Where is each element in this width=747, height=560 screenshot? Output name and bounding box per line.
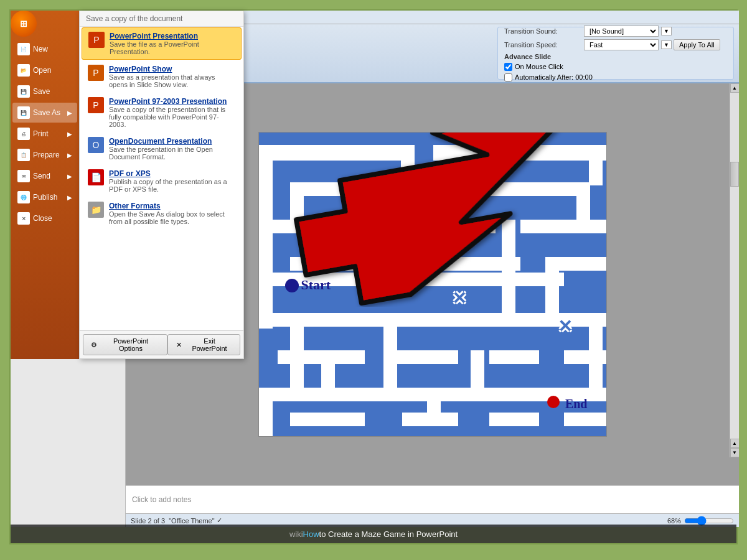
theme-check: ✓: [217, 516, 222, 525]
sidebar-item-prepare[interactable]: 📋 Prepare ▶: [12, 145, 77, 165]
pp-presentation-icon: P: [88, 32, 105, 48]
save-as-icon: 💾: [17, 106, 30, 119]
wikihow-description: to Create a Maze Game in PowerPoint: [319, 530, 458, 539]
menu-header: Save a copy of the document: [80, 11, 243, 27]
transition-sound-label: Transition Sound:: [504, 27, 579, 35]
options-icon: ⚙: [90, 340, 98, 349]
scroll-up[interactable]: ▲: [730, 83, 740, 93]
save-icon: 💾: [17, 85, 30, 98]
menu-item-pp-97-2003[interactable]: P PowerPoint 97-2003 Presentation Save a…: [82, 93, 242, 132]
office-orb[interactable]: ⊞: [11, 11, 37, 37]
pdf-xps-title: PDF or XPS: [109, 169, 235, 178]
sidebar-item-publish[interactable]: 🌐 Publish ▶: [12, 187, 77, 207]
x-marker-1: ✕: [452, 288, 466, 309]
publish-arrow: ▶: [67, 194, 72, 201]
pp-97-2003-title: PowerPoint 97-2003 Presentation: [109, 97, 235, 106]
sidebar-item-send[interactable]: ✉ Send ▶: [12, 166, 77, 186]
exit-pp-label: Exit PowerPoint: [186, 337, 233, 352]
sidebar-item-open[interactable]: 📂 Open: [12, 60, 77, 80]
sidebar-item-save-as[interactable]: 💾 Save As ▶: [12, 103, 77, 123]
pp-presentation-desc: Save the file as a PowerPoint Presentati…: [110, 40, 235, 55]
other-formats-title: Other Formats: [109, 202, 235, 210]
menu-item-opendocument[interactable]: O OpenDocument Presentation Save the pre…: [82, 133, 242, 164]
on-mouse-click-checkbox[interactable]: [504, 63, 512, 71]
on-mouse-click-label: On Mouse Click: [515, 63, 563, 70]
pp-options-label: PowerPoint Options: [101, 337, 161, 352]
x-marker-2: ✕: [558, 316, 572, 337]
pdf-xps-desc: Publish a copy of the presentation as a …: [109, 178, 235, 193]
scroll-down[interactable]: ▼: [730, 448, 740, 457]
save-as-arrow: ▶: [67, 110, 72, 116]
new-icon: 📄: [17, 43, 30, 55]
sidebar-item-save[interactable]: 💾 Save: [12, 82, 77, 101]
exit-pp-button[interactable]: ✕ Exit PowerPoint: [167, 334, 240, 355]
notes-bar[interactable]: Click to add notes: [126, 485, 739, 513]
transition-speed-arrow[interactable]: ▼: [661, 40, 672, 49]
menu-item-pdf-xps[interactable]: 📄 PDF or XPS Publish a copy of the prese…: [82, 166, 242, 197]
prepare-icon: 📋: [17, 149, 30, 161]
send-arrow: ▶: [67, 173, 72, 180]
sidebar-send-label: Send: [33, 172, 50, 180]
open-icon: 📂: [17, 64, 30, 77]
pp-show-title: PowerPoint Show: [109, 65, 235, 73]
sidebar-item-print[interactable]: 🖨 Print ▶: [12, 124, 77, 144]
main-slide: Start ✕ ✕ End: [258, 132, 607, 437]
office-menu-panel: Save a copy of the document P PowerPoint…: [79, 11, 244, 359]
close-icon: ✕: [17, 212, 30, 225]
print-icon: 🖨: [17, 128, 30, 140]
menu-item-other-formats[interactable]: 📁 Other Formats Open the Save As dialog …: [82, 198, 242, 229]
menu-item-pp-presentation[interactable]: P PowerPoint Presentation Save the file …: [82, 27, 242, 60]
apply-to-all-button[interactable]: Apply To All: [674, 39, 720, 50]
start-dot: [285, 279, 299, 292]
transition-speed-label: Transition Speed:: [504, 41, 579, 49]
automatically-after-value: 00:00: [575, 73, 593, 81]
sidebar-prepare-label: Prepare: [33, 151, 60, 159]
right-scrollbar[interactable]: ▲ ▲ ▼: [730, 83, 739, 457]
zoom-level: 68%: [667, 517, 681, 525]
sidebar-print-label: Print: [33, 129, 49, 138]
print-arrow: ▶: [67, 131, 72, 138]
office-sidebar: 📄 New 📂 Open 💾 Save 💾 Save As ▶ 🖨: [11, 11, 79, 359]
transition-speed-dropdown[interactable]: Fast: [584, 39, 659, 50]
opendocument-icon: O: [88, 137, 104, 153]
end-label: End: [565, 397, 588, 411]
sidebar-open-label: Open: [33, 66, 51, 75]
notes-placeholder: Click to add notes: [132, 495, 191, 504]
sidebar-close-label: Close: [33, 214, 52, 223]
automatically-after-label: Automatically After:: [515, 73, 573, 81]
sidebar-new-label: New: [33, 45, 48, 54]
pp-show-desc: Save as a presentation that always opens…: [109, 73, 235, 88]
scroll-down-small[interactable]: ▲: [730, 439, 740, 448]
office-menu: 📄 New 📂 Open 💾 Save 💾 Save As ▶ 🖨: [11, 11, 244, 359]
sidebar-item-close[interactable]: ✕ Close: [12, 208, 77, 228]
transitions-panel: Transition Sound: [No Sound] ▼ Transitio…: [497, 27, 734, 80]
send-icon: ✉: [17, 170, 30, 182]
start-label: Start: [301, 277, 331, 293]
sidebar-item-new[interactable]: 📄 New: [12, 39, 77, 59]
sidebar-save-label: Save: [33, 87, 50, 96]
opendocument-title: OpenDocument Presentation: [109, 137, 235, 146]
slide-info: Slide 2 of 3: [131, 517, 165, 525]
pp-presentation-title: PowerPoint Presentation: [110, 32, 235, 40]
pp-options-button[interactable]: ⚙ PowerPoint Options: [83, 334, 167, 355]
wiki-text: wiki: [289, 530, 303, 539]
transition-sound-dropdown[interactable]: [No Sound]: [584, 26, 659, 37]
exit-icon: ✕: [174, 340, 183, 349]
publish-icon: 🌐: [17, 191, 30, 203]
sidebar-save-as-label: Save As: [33, 108, 60, 117]
pp-97-2003-desc: Save a copy of the presentation that is …: [109, 106, 235, 128]
opendocument-desc: Save the presentation in the Open Docume…: [109, 146, 235, 161]
menu-bottom: ⚙ PowerPoint Options ✕ Exit PowerPoint: [80, 330, 243, 358]
theme-info: "Office Theme": [169, 517, 214, 525]
transition-sound-arrow[interactable]: ▼: [661, 27, 672, 35]
pp-show-icon: P: [88, 65, 104, 81]
other-formats-desc: Open the Save As dialog box to select fr…: [109, 210, 235, 225]
advance-slide-label: Advance Slide: [504, 53, 551, 60]
menu-item-pp-show[interactable]: P PowerPoint Show Save as a presentation…: [82, 61, 242, 92]
prepare-arrow: ▶: [67, 152, 72, 159]
pp-97-2003-icon: P: [88, 97, 104, 113]
sidebar-publish-label: Publish: [33, 193, 57, 202]
how-text: How: [303, 530, 319, 539]
end-dot: [547, 396, 560, 408]
automatically-after-checkbox[interactable]: [504, 73, 512, 82]
